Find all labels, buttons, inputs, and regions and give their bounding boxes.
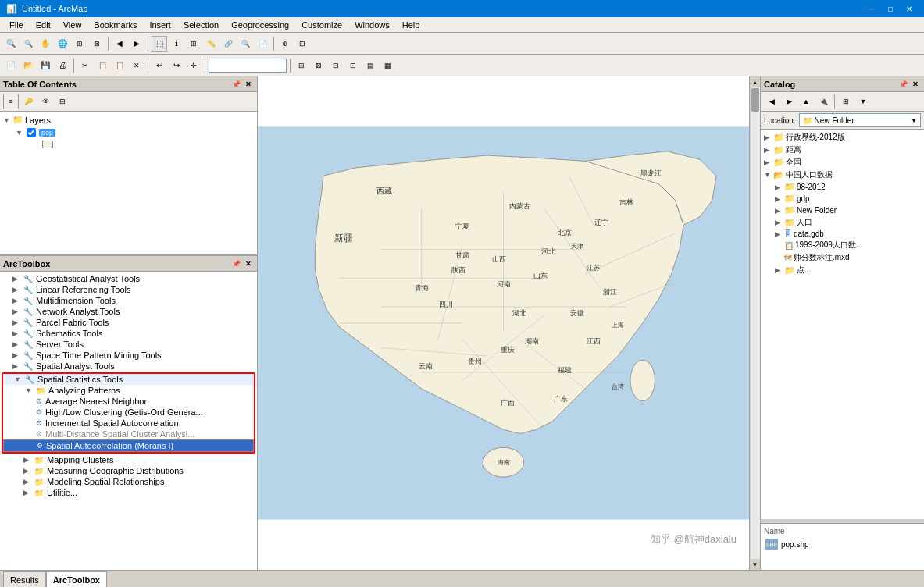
catalog-fwd-btn[interactable]: ▶ (781, 94, 797, 109)
catalog-close-btn[interactable]: ✕ (910, 79, 921, 90)
pop-checkbox[interactable] (27, 128, 36, 137)
zoom-in-btn[interactable]: 🔍 (3, 36, 19, 52)
scroll-up-btn[interactable]: ▲ (750, 76, 761, 87)
open-btn[interactable]: 📂 (20, 58, 36, 73)
tab-results[interactable]: Results (3, 571, 46, 587)
layers-group[interactable]: ▼ 📁 Layers (2, 113, 255, 126)
menu-insert[interactable]: Insert (143, 19, 177, 31)
globe-btn[interactable]: 🌐 (55, 36, 70, 52)
file-item-0[interactable]: SHP pop.shp (764, 537, 921, 551)
paste-btn[interactable]: 📋 (112, 58, 127, 73)
catalog-item-7[interactable]: ▶ 📁 人口 (762, 216, 922, 229)
catalog-options-btn[interactable]: ▼ (855, 94, 871, 109)
maximize-button[interactable]: □ (882, 0, 899, 17)
tool-multidist[interactable]: ⚙ Multi-Distance Spatial Cluster Analysi… (3, 429, 254, 439)
catalog-location-input[interactable]: 📁 New Folder ▼ (799, 113, 921, 127)
scale-input[interactable]: 1:39,669,086 (209, 59, 287, 73)
catalog-item-0[interactable]: ▶ 📁 行政界线-2012版 (762, 131, 922, 144)
toc-pin-btn[interactable]: 📌 (230, 79, 241, 90)
select-btn[interactable]: ⬚ (152, 36, 167, 52)
layout5-btn[interactable]: ▦ (380, 58, 395, 73)
forward-btn[interactable]: ▶ (129, 36, 144, 52)
tool-utilities[interactable]: ▶ 📁 Utilitie... (2, 487, 255, 498)
undo-btn[interactable]: ↩ (152, 58, 167, 73)
copy-btn[interactable]: 📋 (95, 58, 110, 73)
toc-vis-btn[interactable]: 👁 (37, 94, 53, 109)
tool-parcel[interactable]: ▶ 🔧 Parcel Fabric Tools (2, 317, 255, 328)
catalog-back-btn[interactable]: ◀ (764, 94, 780, 109)
arctoolbox-pin-btn[interactable]: 📌 (230, 258, 241, 269)
measure-btn[interactable]: 📏 (203, 36, 219, 52)
tool-network[interactable]: ▶ 🔧 Network Analyst Tools (2, 306, 255, 317)
menu-geoprocessing[interactable]: Geoprocessing (225, 19, 295, 31)
scroll-down-btn[interactable]: ▼ (750, 559, 761, 570)
tool-spatialanalyst[interactable]: ▶ 🔧 Spatial Analyst Tools (2, 361, 255, 372)
scroll-track[interactable] (751, 87, 760, 559)
menu-view[interactable]: View (57, 19, 88, 31)
tool-averagenearest[interactable]: ⚙ Average Nearest Neighbor (3, 396, 254, 407)
info-btn[interactable]: ℹ (169, 36, 184, 52)
tool-spacetime[interactable]: ▶ 🔧 Space Time Pattern Mining Tools (2, 350, 255, 361)
catalog-item-11[interactable]: ▶ 📁 点... (762, 264, 922, 276)
menu-help[interactable]: Help (396, 19, 426, 31)
catalog-item-2[interactable]: ▶ 📁 全国 (762, 156, 922, 169)
tool-schematics[interactable]: ▶ 🔧 Schematics Tools (2, 328, 255, 339)
zoom-out-btn[interactable]: 🔍 (20, 36, 36, 52)
magnify-btn[interactable]: ⊕ (277, 36, 293, 52)
menu-customize[interactable]: Customize (295, 19, 348, 31)
catalog-item-10[interactable]: ▶ 🗺 帅分数标注.mxd (762, 251, 922, 264)
overview-btn[interactable]: ⊡ (294, 36, 310, 52)
layout3-btn[interactable]: ⊡ (345, 58, 361, 73)
tool-analyzingpatterns[interactable]: ▼ 📁 Analyzing Patterns (3, 385, 254, 396)
html-popup-btn[interactable]: 📄 (255, 36, 270, 52)
identify-btn[interactable]: 🔍 (237, 36, 253, 52)
catalog-pin-btn[interactable]: 📌 (897, 79, 908, 90)
tool-linear[interactable]: ▶ 🔧 Linear Referencing Tools (2, 284, 255, 295)
catalog-item-6[interactable]: ▶ 📁 New Folder (762, 205, 922, 216)
layout4-btn[interactable]: ▤ (362, 58, 378, 73)
cut-btn[interactable]: ✂ (77, 58, 93, 73)
save-btn[interactable]: 💾 (37, 58, 53, 73)
new-btn[interactable]: 📄 (3, 58, 19, 73)
catalog-item-5[interactable]: ▶ 📁 gdp (762, 193, 922, 205)
tool-spatialautocorr[interactable]: ⚙ Spatial Autocorrelation (Morans I) (3, 439, 254, 452)
tool-incremental[interactable]: ⚙ Incremental Spatial Autocorrelation (3, 418, 254, 429)
menu-selection[interactable]: Selection (177, 19, 225, 31)
back-btn[interactable]: ◀ (112, 36, 127, 52)
menu-edit[interactable]: Edit (30, 19, 57, 31)
toc-close-btn[interactable]: ✕ (243, 79, 254, 90)
tool-server[interactable]: ▶ 🔧 Server Tools (2, 339, 255, 350)
georef-btn[interactable]: ⊞ (294, 58, 309, 73)
zoom-full-btn[interactable]: ⊞ (72, 36, 87, 52)
toc-source-btn[interactable]: 🔑 (20, 94, 36, 109)
layout-btn[interactable]: ⊠ (311, 58, 326, 73)
tool-highlow[interactable]: ⚙ High/Low Clustering (Getis-Ord Genera.… (3, 407, 254, 418)
move-btn[interactable]: ✛ (186, 58, 202, 73)
menu-bookmarks[interactable]: Bookmarks (87, 19, 143, 31)
tool-spatialstats[interactable]: ▼ 🔧 Spatial Statistics Tools (3, 374, 254, 385)
hyperlink-btn[interactable]: 🔗 (220, 36, 236, 52)
tab-arctoolbox[interactable]: ArcToolbox (46, 571, 107, 587)
catalog-item-3[interactable]: ▼ 📂 中国人口数据 (762, 169, 922, 181)
pan-btn[interactable]: ✋ (37, 36, 53, 52)
tool-modeling[interactable]: ▶ 📁 Modeling Spatial Relationships (2, 476, 255, 487)
toc-sel-btn[interactable]: ⊞ (55, 94, 70, 109)
tool-mappingclusters[interactable]: ▶ 📁 Mapping Clusters (2, 454, 255, 465)
catalog-item-8[interactable]: ▶ 🗄 data.gdb (762, 229, 922, 239)
redo-btn[interactable]: ↪ (169, 58, 184, 73)
catalog-item-4[interactable]: ▶ 📁 98-2012 (762, 181, 922, 193)
catalog-connect-btn[interactable]: 🔌 (815, 94, 831, 109)
catalog-item-1[interactable]: ▶ 📁 距离 (762, 144, 922, 156)
layout2-btn[interactable]: ⊟ (328, 58, 344, 73)
layer-pop[interactable]: ▼ pop (2, 126, 255, 139)
catalog-view-btn[interactable]: ⊞ (838, 94, 854, 109)
close-button[interactable]: ✕ (901, 0, 918, 17)
toc-list-btn[interactable]: ≡ (3, 94, 19, 109)
minimize-button[interactable]: ─ (863, 0, 880, 17)
catalog-item-9[interactable]: ▶ 📋 1999-2009人口数... (762, 239, 922, 251)
arctoolbox-close-btn[interactable]: ✕ (243, 258, 254, 269)
scroll-thumb[interactable] (751, 88, 759, 112)
print-btn[interactable]: 🖨 (55, 58, 70, 73)
find-btn[interactable]: ⊞ (186, 36, 202, 52)
menu-file[interactable]: File (3, 19, 30, 31)
